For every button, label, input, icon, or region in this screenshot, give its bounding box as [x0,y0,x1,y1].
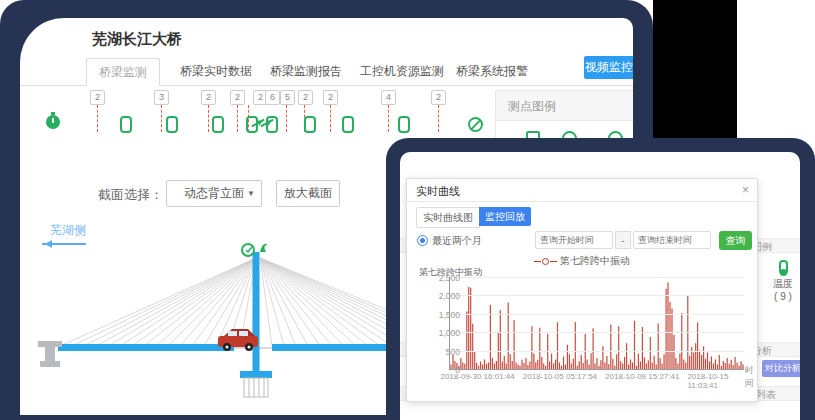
compare-analysis-button[interactable]: 对比分析 [762,360,800,377]
main-tabbar: 桥梁监测 桥梁实时数据 桥梁监测报告 工控机资源监测 桥梁系统报警 [20,54,633,86]
sensor-count-badge: 3 [154,90,169,105]
sensor-count-badge: 2 [431,90,446,105]
vibration-series [450,277,744,369]
link-sensor-icon[interactable] [342,116,354,133]
bridge-side-label: 芜湖侧 [50,222,86,239]
sensor-count-badge: 2 [323,90,338,105]
legend-marker-icon [542,258,549,265]
query-button[interactable]: 查询 [719,231,752,250]
tab-ipc-resource[interactable]: 工控机资源监测 [348,58,456,84]
measure-line [97,105,98,132]
modal-title: 实时曲线 [416,184,460,199]
realtime-curve-modal: 实时曲线 × 实时曲线图 监控回放 最近两个月 - 查询 第七跨跨中振动 第七跨… [406,178,758,402]
legend-panel-title: 测点图例 [496,91,633,121]
left-abutment [38,341,62,367]
tab-realtime-data[interactable]: 桥梁实时数据 [168,58,264,84]
radio-last-two-months[interactable] [417,235,428,246]
link-sensor-icon[interactable] [120,116,132,133]
section-selected-value: 动态背立面 [184,186,244,200]
link-sensor-icon[interactable] [304,116,316,133]
legend-line [534,261,541,262]
legend-line [550,261,557,262]
tab-system-alarm[interactable]: 桥梁系统报警 [444,58,540,84]
disabled-sensor-icon [468,117,483,132]
stopwatch-icon [46,115,60,129]
radio-label: 最近两个月 [432,234,482,248]
measure-line [388,105,389,132]
pier-cap [240,371,272,378]
link-sensor-icon[interactable] [166,116,178,133]
measure-line [208,105,209,132]
y-tick-label: 1,000 [420,328,460,338]
section-select-label: 截面选择： [98,186,163,204]
tab-realtime-curve[interactable]: 实时曲线图 [416,207,480,228]
measure-line [161,105,162,132]
wind-sensor-icon [242,244,254,256]
x-tick-label: 2018-10-09 15:27:41 [605,372,679,381]
screenshot-root: 芜湖长江大桥 桥梁监测 桥梁实时数据 桥梁监测报告 工控机资源监测 桥梁系统报警… [0,0,815,420]
desktop-black-region [653,0,737,140]
x-axis-unit: 时间 [745,364,757,390]
sensor-count-badge: 4 [381,90,396,105]
temperature-count: ( 9 ) [774,291,792,302]
query-end-time-input[interactable] [633,231,711,249]
y-tick-label: 2,000 [420,291,460,301]
x-tick-label: 2018-09-30 16:01:44 [440,372,514,381]
vibration-chart-plot [449,277,744,370]
legend-label: 第七跨跨中振动 [560,255,630,266]
pier-foundation [244,378,268,397]
bridge-tower [253,252,260,378]
y-tick-label: 1,500 [420,310,460,320]
measure-line [438,105,439,132]
sensor-count-badge: 2 [90,90,105,105]
link-sensor-icon[interactable] [398,116,410,133]
sensor-count-badge: 2 [230,90,245,105]
bridge-deck-left [58,344,234,351]
x-tick-label: 2018-10-05 05:17:54 [523,372,597,381]
tab-bridge-monitoring[interactable]: 桥梁监测 [86,58,160,86]
measure-line [330,105,331,132]
query-start-time-input[interactable] [535,231,613,249]
sensor-count-badge: 5 [280,90,295,105]
modal-header: 实时曲线 × [407,179,757,202]
measure-line [237,105,238,132]
thermometer-icon [779,260,788,275]
sensor-count-badge: 2 [298,90,313,105]
enlarge-section-button[interactable]: 放大截面 [276,180,340,207]
chevron-down-icon: ▼ [247,181,255,206]
tab-monitoring-report[interactable]: 桥梁监测报告 [258,58,354,84]
tab-playback[interactable]: 监控回放 [479,207,531,226]
popup-page-window: 测点图例 温度 ( 9 ) 对比分析 对比分析 测点列表 实时曲线 × 实时曲线… [400,152,800,420]
y-tick-label: 500 [420,347,460,357]
link-sensor-icon[interactable] [212,116,224,133]
video-monitor-button[interactable]: 视频监控 [584,56,633,79]
anemometer-icon [260,244,268,252]
y-tick-label: 2,500 [420,273,460,283]
page-title: 芜湖长江大桥 [92,30,182,49]
sensor-count-badge: 6 [265,90,280,105]
section-select-dropdown[interactable]: 动态背立面 ▼ [166,180,262,207]
measure-line [286,105,287,132]
close-icon[interactable]: × [742,183,749,197]
sensor-count-badge: 2 [201,90,216,105]
date-range-separator: - [615,231,631,249]
temperature-sensor-item[interactable]: 温度 ( 9 ) [766,260,800,302]
temperature-label: 温度 [773,278,793,289]
